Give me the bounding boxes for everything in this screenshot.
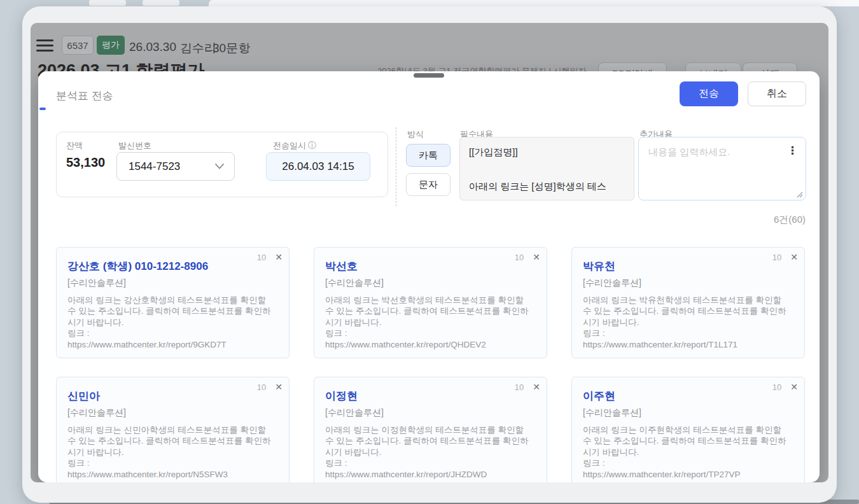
datetime-label: 전송일시ⓘ xyxy=(273,140,316,151)
recipient-name: 박유천 xyxy=(583,259,615,274)
org-name: [수리안솔루션] xyxy=(67,277,126,289)
drag-handle[interactable] xyxy=(414,73,444,78)
org-name: [수리안솔루션] xyxy=(325,277,384,289)
datetime-input[interactable]: 26.04.03 14:15 xyxy=(266,152,370,181)
required-content-line2: 아래의 링크는 [성명]학생의 테스 xyxy=(469,181,628,193)
report-link: https://www.mathcenter.kr/report/QHDEV2 xyxy=(325,339,541,350)
exam-id-box: 6537 xyxy=(62,36,94,55)
recipient-name: 이주현 xyxy=(583,389,615,403)
recipient-name: 강산호 (학생) 010-1212-8906 xyxy=(67,259,208,274)
recipient-card: 10✕ 신민아 [수리안솔루션] 아래의 링크는 신민아학생의 테스트분석표를 … xyxy=(56,377,290,482)
resize-handle-icon[interactable] xyxy=(796,191,803,198)
sender-number-value: 1544-7523 xyxy=(129,160,215,173)
app-window: 6537 평가 26.03.30 김수리 30문항 2026.03 고1 학력평… xyxy=(22,6,837,503)
message-preview: 아래의 링크는 신민아학생의 테스트분석표를 확인할수 있는 주소입니다. 클릭… xyxy=(67,424,284,480)
recipient-card: 10✕ 박선호 [수리안솔루션] 아래의 링크는 박선호학생의 테스트분석표를 … xyxy=(314,247,547,358)
recipient-card: 10✕ 박유천 [수리안솔루션] 아래의 링크는 박유천학생의 테스트분석표를 … xyxy=(571,247,805,358)
balance-value: 53,130 xyxy=(66,155,105,170)
byte-count: 10 xyxy=(515,382,524,392)
additional-content-box: ⋮ xyxy=(638,137,806,200)
org-name: [수리안솔루션] xyxy=(67,407,126,419)
message-preview: 아래의 링크는 이주현학생의 테스트분석표를 확인할수 있는 주소입니다. 클릭… xyxy=(583,424,799,480)
sender-number-label: 발신번호 xyxy=(118,140,151,151)
background-tab xyxy=(143,0,179,6)
background-window-edge xyxy=(209,0,859,6)
balance-label: 잔액 xyxy=(66,140,83,151)
info-icon: ⓘ xyxy=(308,141,316,150)
send-report-modal: 분석표 전송 전송 취소 잔액 53,130 발신번호 1544-7523 전송… xyxy=(38,71,820,482)
recipient-name: 이정현 xyxy=(325,389,358,403)
recipient-card: 10✕ 강산호 (학생) 010-1212-8906 [수리안솔루션] 아래의 … xyxy=(56,247,290,358)
message-preview: 아래의 링크는 박선호학생의 테스트분석표를 확인할수 있는 주소입니다. 클릭… xyxy=(325,295,541,350)
byte-count: 10 xyxy=(515,253,524,262)
recipient-card: 10✕ 이주현 [수리안솔루션] 아래의 링크는 이주현학생의 테스트분석표를 … xyxy=(571,377,805,482)
dashed-divider xyxy=(396,127,396,206)
message-preview: 아래의 링크는 이정현학생의 테스트분석표를 확인할수 있는 주소입니다. 클릭… xyxy=(325,424,541,480)
report-link: https://www.mathcenter.kr/report/JHZDWD xyxy=(325,469,541,480)
required-content-box: [[가입점명]] 아래의 링크는 [성명]학생의 테스 xyxy=(459,137,634,200)
org-name: [수리안솔루션] xyxy=(583,277,641,289)
byte-count: 10 xyxy=(772,253,781,262)
background-tab xyxy=(89,0,126,6)
report-link: https://www.mathcenter.kr/report/T1L171 xyxy=(583,339,799,350)
additional-content-input[interactable] xyxy=(639,137,806,200)
close-icon[interactable]: ✕ xyxy=(275,382,283,392)
recipient-name: 신민아 xyxy=(67,389,100,403)
exam-date: 26.03.30 xyxy=(129,40,176,54)
report-link: https://www.mathcenter.kr/report/N5SFW3 xyxy=(67,469,284,480)
message-preview: 아래의 링크는 박유천학생의 테스트분석표를 확인할수 있는 주소입니다. 클릭… xyxy=(583,295,799,350)
message-preview: 아래의 링크는 강산호학생의 테스트분석표를 확인할수 있는 주소입니다. 클릭… xyxy=(67,295,284,350)
report-link: https://www.mathcenter.kr/report/9GKD7T xyxy=(67,339,284,350)
kebab-menu-icon[interactable]: ⋮ xyxy=(787,144,798,157)
exam-type-badge: 평가 xyxy=(97,36,125,55)
recipient-name: 박선호 xyxy=(325,259,358,274)
byte-count: 10 xyxy=(772,382,781,392)
byte-count: 10 xyxy=(257,382,266,392)
close-icon[interactable]: ✕ xyxy=(533,382,540,392)
recipient-count: 6건(60) xyxy=(687,214,806,226)
kakao-method-button[interactable]: 카톡 xyxy=(406,144,450,167)
sms-method-button[interactable]: 문자 xyxy=(406,173,450,196)
required-content-line1: [[가입점명]] xyxy=(469,146,625,158)
sender-number-select[interactable]: 1544-7523 xyxy=(116,152,235,181)
recipient-card: 10✕ 이정현 [수리안솔루션] 아래의 링크는 이정현학생의 테스트분석표를 … xyxy=(314,377,547,482)
report-link: https://www.mathcenter.kr/report/TP27VP xyxy=(583,469,799,480)
send-button[interactable]: 전송 xyxy=(680,81,738,106)
teacher-name: 김수리 xyxy=(180,40,216,57)
dimmed-page: 6537 평가 26.03.30 김수리 30문항 2026.03 고1 학력평… xyxy=(31,23,828,482)
close-icon[interactable]: ✕ xyxy=(533,252,540,262)
close-icon[interactable]: ✕ xyxy=(275,252,283,262)
screen: 6537 평가 26.03.30 김수리 30문항 2026.03 고1 학력평… xyxy=(0,0,859,504)
modal-title: 분석표 전송 xyxy=(56,88,113,103)
close-icon[interactable]: ✕ xyxy=(790,382,798,392)
sender-info-box: 잔액 53,130 발신번호 1544-7523 전송일시ⓘ 26.04.03 … xyxy=(56,132,388,197)
hamburger-menu-icon[interactable] xyxy=(36,39,53,52)
tab-indicator-fragment xyxy=(39,108,46,110)
method-label: 방식 xyxy=(407,129,424,140)
close-icon[interactable]: ✕ xyxy=(790,252,798,262)
question-count: 30문항 xyxy=(213,40,250,57)
byte-count: 10 xyxy=(257,253,266,262)
chevron-down-icon xyxy=(215,164,224,169)
org-name: [수리안솔루션] xyxy=(325,407,384,419)
cancel-button[interactable]: 취소 xyxy=(748,81,806,106)
org-name: [수리안솔루션] xyxy=(583,407,641,419)
